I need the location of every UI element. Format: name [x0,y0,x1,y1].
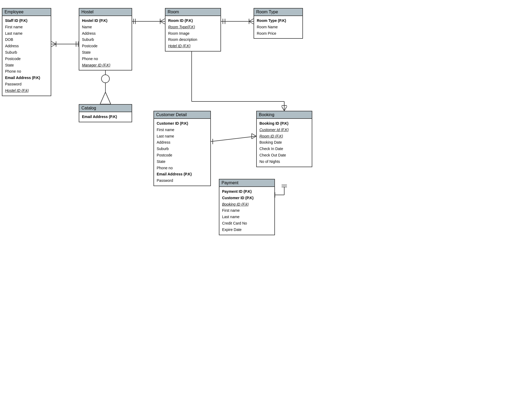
field-state: State [5,62,48,69]
field-phone-no: Phone no [157,165,208,171]
entity-payment-body: Payment ID (P.K) Customer ID (P.K) Booki… [219,187,274,235]
field-email-address-pk2: Email Address (P.K) [157,171,208,178]
field-customer-id-fk: Customer Id (F.K) [259,127,309,133]
entity-hostel: Hostel Hostel ID (P.K) Name Address Subu… [79,8,132,70]
entity-booking-header: Booking [257,111,312,119]
field-room-price: Room Price [257,30,300,37]
field-room-image: Room Image [168,30,218,37]
field-suburb: Suburb [82,37,129,43]
entity-booking-body: Booking ID (P.K) Customer Id (F.K) Room … [257,119,312,167]
field-last-name: Last name [5,30,48,37]
svg-line-31 [284,106,287,111]
field-state: State [157,159,208,165]
entity-payment: Payment Payment ID (P.K) Customer ID (P.… [219,179,275,235]
field-manager-id-fk: Manager ID (F.K) [82,62,129,69]
field-first-name: First name [5,24,48,30]
field-name: Name [82,24,129,30]
field-postcode: Postcode [5,56,48,62]
field-dob: DOB [5,37,48,43]
field-hostel-id-fk: Hostel ID (F.k) [5,88,48,94]
svg-line-23 [105,92,111,104]
entity-catalog: Catalog Email Address (P.K) [79,104,132,122]
entity-booking: Booking Booking ID (P.K) Customer Id (F.… [256,111,312,167]
field-email-address-pk: Email Address (P.K) [82,114,129,120]
field-expire-date: Expire Date [222,227,272,233]
entity-hostel-header: Hostel [79,9,132,16]
field-room-id: Room ID (P.K) [168,18,218,24]
field-state: State [82,49,129,56]
entity-roomtype-body: Room Type (P.K) Room Name Room Price [254,16,302,38]
field-booking-date: Booking Date [259,139,309,146]
field-hostel-id: Hostel ID (P.K) [82,18,129,24]
entity-employee-header: Employee [2,9,51,16]
field-no-of-nights: No of Nights [259,159,309,165]
field-booking-id-fk: Booking ID (F.k) [222,201,272,208]
entity-customerdetail-body: Customer ID (P.K) First name Last name A… [154,119,210,186]
field-checkout-date: Check Out Date [259,152,309,159]
svg-line-10 [160,19,165,21]
svg-line-36 [252,136,256,139]
field-password: Password [5,81,48,88]
field-phone-no: Phone no [82,56,129,62]
svg-line-22 [100,92,105,104]
entity-room: Room Room ID (P.K) Room Type(F.K) Room I… [165,8,221,52]
field-room-type-fk: Room Type(F.K) [168,24,218,30]
field-room-id-fk: Room ID (F.K) [259,133,309,140]
field-postcode: Postcode [157,152,208,159]
svg-line-35 [252,134,256,136]
field-customer-id-pk: Customer ID (P.K) [157,120,208,127]
field-email-address: Email Address (P.K) [5,75,48,81]
entity-customerdetail: Customer Detail Customer ID (P.K) First … [153,111,211,186]
entity-customerdetail-header: Customer Detail [154,111,210,119]
entity-catalog-body: Email Address (P.K) [79,112,132,122]
entity-room-header: Room [165,9,220,16]
field-suburb: Suburb [157,146,208,152]
field-last-name: Last name [222,214,272,220]
entity-catalog-header: Catalog [79,105,132,112]
entity-employee-body: Staff ID (P.K) First name Last name DOB … [2,16,51,96]
entity-roomtype-header: Room Type [254,9,302,16]
field-booking-id-pk: Booking ID (P.K) [259,120,309,127]
field-postcode: Postcode [82,43,129,49]
field-payment-id-pk: Payment ID (P.K) [222,189,272,195]
field-address: Address [5,43,48,49]
entity-room-body: Room ID (P.K) Room Type(F.K) Room Image … [165,16,220,51]
entity-roomtype: Room Type Room Type (P.K) Room Name Room… [254,8,303,39]
entity-employee: Employee Staff ID (P.K) First name Last … [2,8,51,96]
svg-line-33 [211,136,256,142]
field-room-type-pk: Room Type (P.K) [257,18,300,24]
svg-line-4 [51,41,56,44]
field-customer-id-pk2: Customer ID (P.K) [222,195,272,201]
field-last-name: Last name [157,133,208,140]
field-staff-id: Staff ID (P.K) [5,18,48,24]
svg-point-20 [101,75,109,83]
field-address: Address [157,139,208,146]
svg-line-11 [160,21,165,24]
svg-line-17 [249,21,254,24]
svg-line-5 [51,44,56,47]
field-password: Password [157,178,208,184]
field-credit-card-no: Credit Card No [222,220,272,227]
field-phone-no: Phone no [5,68,48,75]
svg-line-30 [282,106,284,111]
field-room-description: Room description [168,37,218,43]
field-checkin-date: Check In Date [259,146,309,152]
field-hotel-id-fk: Hotel ID (F.K) [168,43,218,49]
entity-payment-header: Payment [219,179,274,187]
svg-line-16 [249,19,254,21]
field-address: Address [82,30,129,37]
field-suburb: Suburb [5,49,48,56]
field-first-name: First name [157,127,208,133]
field-room-name: Room Name [257,24,300,30]
field-first-name: First name [222,207,272,214]
entity-hostel-body: Hostel ID (P.K) Name Address Suburb Post… [79,16,132,70]
